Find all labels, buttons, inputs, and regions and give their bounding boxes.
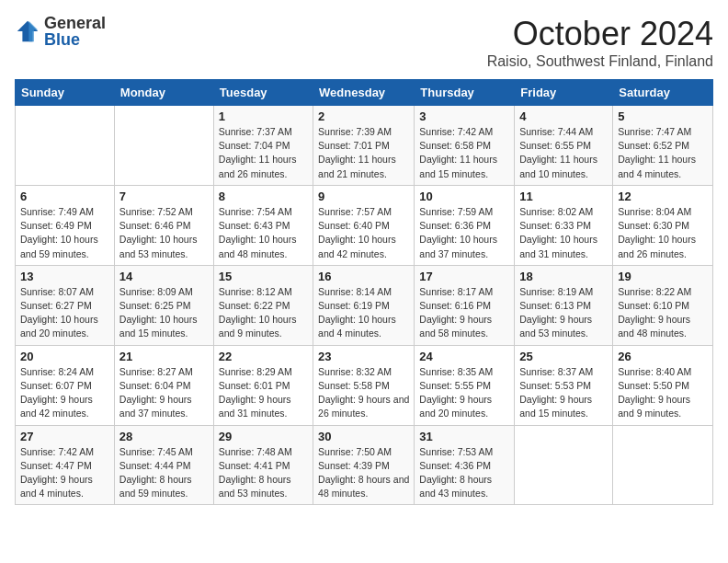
day-number: 20 — [20, 350, 109, 363]
day-number: 19 — [618, 270, 708, 283]
calendar-cell — [114, 106, 213, 186]
calendar-cell: 29Sunrise: 7:48 AM Sunset: 4:41 PM Dayli… — [213, 425, 313, 505]
day-info: Sunrise: 8:02 AM Sunset: 6:33 PM Dayligh… — [519, 205, 608, 261]
weekday-header-wednesday: Wednesday — [313, 80, 415, 106]
calendar-cell: 19Sunrise: 8:22 AM Sunset: 6:10 PM Dayli… — [613, 265, 713, 345]
day-info: Sunrise: 8:17 AM Sunset: 6:16 PM Dayligh… — [419, 285, 509, 341]
day-info: Sunrise: 8:19 AM Sunset: 6:13 PM Dayligh… — [519, 285, 608, 341]
calendar-body: 1Sunrise: 7:37 AM Sunset: 7:04 PM Daylig… — [16, 106, 713, 505]
weekday-header-thursday: Thursday — [415, 80, 515, 106]
calendar-cell: 21Sunrise: 8:27 AM Sunset: 6:04 PM Dayli… — [114, 345, 213, 425]
day-info: Sunrise: 8:35 AM Sunset: 5:55 PM Dayligh… — [419, 365, 509, 421]
day-info: Sunrise: 7:50 AM Sunset: 4:39 PM Dayligh… — [318, 445, 409, 501]
day-info: Sunrise: 7:48 AM Sunset: 4:41 PM Dayligh… — [219, 445, 308, 501]
weekday-header-tuesday: Tuesday — [213, 80, 313, 106]
day-info: Sunrise: 8:40 AM Sunset: 5:50 PM Dayligh… — [618, 365, 708, 421]
day-number: 18 — [519, 270, 608, 283]
weekday-header-saturday: Saturday — [613, 80, 713, 106]
calendar-cell: 1Sunrise: 7:37 AM Sunset: 7:04 PM Daylig… — [213, 106, 313, 186]
day-number: 23 — [318, 350, 409, 363]
calendar-cell: 10Sunrise: 7:59 AM Sunset: 6:36 PM Dayli… — [415, 185, 515, 265]
logo-text: General Blue — [44, 15, 106, 48]
day-info: Sunrise: 8:29 AM Sunset: 6:01 PM Dayligh… — [219, 365, 308, 421]
calendar-cell: 20Sunrise: 8:24 AM Sunset: 6:07 PM Dayli… — [16, 345, 115, 425]
day-number: 29 — [219, 430, 308, 443]
day-info: Sunrise: 7:54 AM Sunset: 6:43 PM Dayligh… — [219, 205, 308, 261]
calendar-cell: 6Sunrise: 7:49 AM Sunset: 6:49 PM Daylig… — [16, 185, 115, 265]
calendar-cell: 12Sunrise: 8:04 AM Sunset: 6:30 PM Dayli… — [613, 185, 713, 265]
day-number: 16 — [318, 270, 409, 283]
day-info: Sunrise: 8:22 AM Sunset: 6:10 PM Dayligh… — [618, 285, 708, 341]
day-number: 27 — [20, 430, 109, 443]
weekday-header-friday: Friday — [515, 80, 613, 106]
day-number: 25 — [519, 350, 608, 363]
day-info: Sunrise: 7:42 AM Sunset: 6:58 PM Dayligh… — [419, 125, 509, 181]
day-number: 7 — [119, 190, 209, 203]
calendar-cell: 3Sunrise: 7:42 AM Sunset: 6:58 PM Daylig… — [415, 106, 515, 186]
month-title: October 2024 — [487, 15, 713, 53]
day-number: 1 — [219, 109, 308, 123]
day-info: Sunrise: 7:45 AM Sunset: 4:44 PM Dayligh… — [119, 445, 209, 501]
day-info: Sunrise: 8:04 AM Sunset: 6:30 PM Dayligh… — [618, 205, 708, 261]
day-number: 28 — [119, 430, 209, 443]
calendar-cell — [613, 425, 713, 505]
day-info: Sunrise: 7:52 AM Sunset: 6:46 PM Dayligh… — [119, 205, 209, 261]
day-info: Sunrise: 8:12 AM Sunset: 6:22 PM Dayligh… — [219, 285, 308, 341]
day-number: 10 — [419, 190, 509, 203]
calendar-header: SundayMondayTuesdayWednesdayThursdayFrid… — [16, 80, 713, 106]
day-info: Sunrise: 7:37 AM Sunset: 7:04 PM Dayligh… — [219, 125, 308, 181]
day-info: Sunrise: 7:44 AM Sunset: 6:55 PM Dayligh… — [519, 125, 608, 181]
calendar-cell: 11Sunrise: 8:02 AM Sunset: 6:33 PM Dayli… — [515, 185, 613, 265]
day-number: 11 — [519, 190, 608, 203]
calendar-cell: 15Sunrise: 8:12 AM Sunset: 6:22 PM Dayli… — [213, 265, 313, 345]
logo-general-text: General — [44, 15, 106, 31]
logo-icon — [15, 18, 40, 44]
calendar-cell: 30Sunrise: 7:50 AM Sunset: 4:39 PM Dayli… — [313, 425, 415, 505]
weekday-header-monday: Monday — [114, 80, 213, 106]
day-info: Sunrise: 8:37 AM Sunset: 5:53 PM Dayligh… — [519, 365, 608, 421]
day-info: Sunrise: 7:42 AM Sunset: 4:47 PM Dayligh… — [20, 445, 109, 501]
calendar-cell — [515, 425, 613, 505]
calendar-table: SundayMondayTuesdayWednesdayThursdayFrid… — [15, 79, 713, 505]
weekday-row: SundayMondayTuesdayWednesdayThursdayFrid… — [16, 80, 713, 106]
calendar-week-5: 27Sunrise: 7:42 AM Sunset: 4:47 PM Dayli… — [16, 425, 713, 505]
day-number: 3 — [419, 109, 509, 123]
day-number: 12 — [618, 190, 708, 203]
calendar-week-2: 6Sunrise: 7:49 AM Sunset: 6:49 PM Daylig… — [16, 185, 713, 265]
day-info: Sunrise: 8:07 AM Sunset: 6:27 PM Dayligh… — [20, 285, 109, 341]
day-info: Sunrise: 7:59 AM Sunset: 6:36 PM Dayligh… — [419, 205, 509, 261]
day-info: Sunrise: 8:24 AM Sunset: 6:07 PM Dayligh… — [20, 365, 109, 421]
day-info: Sunrise: 8:14 AM Sunset: 6:19 PM Dayligh… — [318, 285, 409, 341]
calendar-cell: 4Sunrise: 7:44 AM Sunset: 6:55 PM Daylig… — [515, 106, 613, 186]
calendar-cell: 2Sunrise: 7:39 AM Sunset: 7:01 PM Daylig… — [313, 106, 415, 186]
calendar-cell: 26Sunrise: 8:40 AM Sunset: 5:50 PM Dayli… — [613, 345, 713, 425]
day-info: Sunrise: 7:39 AM Sunset: 7:01 PM Dayligh… — [318, 125, 409, 181]
day-number: 5 — [618, 109, 708, 123]
logo-blue-text: Blue — [44, 31, 106, 48]
day-number: 22 — [219, 350, 308, 363]
weekday-header-sunday: Sunday — [16, 80, 115, 106]
location-text: Raisio, Southwest Finland, Finland — [487, 53, 713, 70]
day-info: Sunrise: 7:53 AM Sunset: 4:36 PM Dayligh… — [419, 445, 509, 501]
calendar-cell: 7Sunrise: 7:52 AM Sunset: 6:46 PM Daylig… — [114, 185, 213, 265]
day-number: 31 — [419, 430, 509, 443]
day-info: Sunrise: 8:27 AM Sunset: 6:04 PM Dayligh… — [119, 365, 209, 421]
day-info: Sunrise: 8:32 AM Sunset: 5:58 PM Dayligh… — [318, 365, 409, 421]
day-number: 6 — [20, 190, 109, 203]
calendar-cell: 9Sunrise: 7:57 AM Sunset: 6:40 PM Daylig… — [313, 185, 415, 265]
calendar-cell: 31Sunrise: 7:53 AM Sunset: 4:36 PM Dayli… — [415, 425, 515, 505]
day-number: 13 — [20, 270, 109, 283]
calendar-cell: 27Sunrise: 7:42 AM Sunset: 4:47 PM Dayli… — [16, 425, 115, 505]
calendar-cell: 24Sunrise: 8:35 AM Sunset: 5:55 PM Dayli… — [415, 345, 515, 425]
title-block: October 2024 Raisio, Southwest Finland, … — [487, 15, 713, 70]
calendar-cell: 16Sunrise: 8:14 AM Sunset: 6:19 PM Dayli… — [313, 265, 415, 345]
calendar-cell: 25Sunrise: 8:37 AM Sunset: 5:53 PM Dayli… — [515, 345, 613, 425]
logo: General Blue — [15, 15, 106, 48]
day-number: 15 — [219, 270, 308, 283]
day-number: 17 — [419, 270, 509, 283]
calendar-cell: 5Sunrise: 7:47 AM Sunset: 6:52 PM Daylig… — [613, 106, 713, 186]
day-number: 14 — [119, 270, 209, 283]
day-info: Sunrise: 7:49 AM Sunset: 6:49 PM Dayligh… — [20, 205, 109, 261]
calendar-cell: 17Sunrise: 8:17 AM Sunset: 6:16 PM Dayli… — [415, 265, 515, 345]
svg-marker-0 — [17, 21, 38, 41]
